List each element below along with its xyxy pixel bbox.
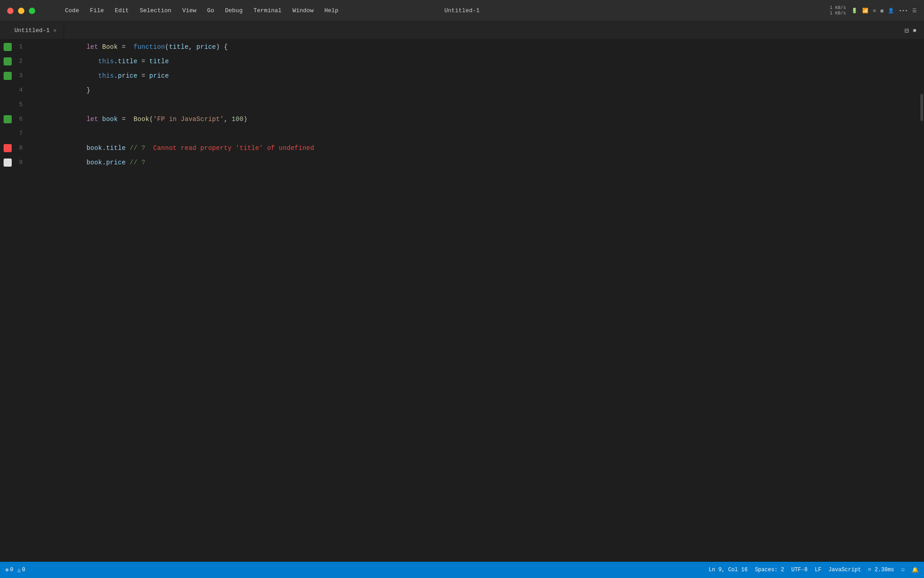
list-icon: ☰ (912, 8, 917, 14)
no-entry-icon: ⊘ (873, 8, 876, 14)
line-indicator-3 (4, 72, 12, 80)
warning-number: 0 (22, 567, 25, 573)
menu-view[interactable]: View (178, 5, 201, 16)
line-number-3: 3 (14, 69, 30, 83)
traffic-lights (7, 8, 35, 14)
table-row: 9 book.price // ? (0, 155, 918, 170)
menu-help[interactable]: Help (320, 5, 343, 16)
line-content-9: book.price // ? (30, 141, 918, 184)
more-icon: ••• (899, 8, 908, 14)
line-indicator-8 (4, 144, 12, 152)
menu-code[interactable]: Code (60, 5, 83, 16)
titlebar-left: Code File Edit Selection View Go Debug T… (7, 5, 343, 16)
line-indicator-9 (4, 158, 12, 167)
line-number-7: 7 (14, 126, 30, 141)
line-number-9: 9 (14, 155, 30, 170)
line-number-5: 5 (14, 98, 30, 112)
statusbar-left: ⊗ 0 △ 0 (5, 567, 25, 573)
error-number: 0 (10, 567, 13, 573)
maximize-button[interactable] (29, 8, 35, 14)
menu-selection[interactable]: Selection (135, 5, 176, 16)
warning-icon: △ (17, 567, 20, 573)
menu-window[interactable]: Window (288, 5, 318, 16)
line-indicator-6 (4, 115, 12, 123)
wifi-icon: 📶 (862, 8, 869, 14)
cursor-position[interactable]: Ln 9, Col 16 (709, 567, 748, 573)
statusbar: ⊗ 0 △ 0 Ln 9, Col 16 Spaces: 2 UTF-8 LF … (0, 562, 924, 578)
line-number-1: 1 (14, 40, 30, 54)
minimize-button[interactable] (18, 8, 24, 14)
close-button[interactable] (7, 8, 14, 14)
language-mode[interactable]: JavaScript (828, 567, 861, 573)
line-indicator-1 (4, 43, 12, 51)
line-area[interactable]: 1 let Book = function(title, price) { 2 … (0, 40, 918, 562)
editor-container: 1 let Book = function(title, price) { 2 … (0, 40, 924, 562)
window-title: Untitled-1 (444, 7, 480, 14)
encoding[interactable]: UTF-8 (791, 567, 808, 573)
indentation[interactable]: Spaces: 2 (755, 567, 784, 573)
scrollbar-thumb[interactable] (920, 94, 923, 121)
screen-icon: ▣ (881, 8, 884, 14)
line-ending[interactable]: LF (815, 567, 821, 573)
line-number-4: 4 (14, 83, 30, 98)
titlebar-right: 1 KB/s 1 KB/s 🔋 📶 ⊘ ▣ 👤 ••• ☰ (830, 5, 917, 16)
line-number-8: 8 (14, 141, 30, 155)
battery-icon: 🔋 (851, 8, 858, 14)
menu-debug[interactable]: Debug (221, 5, 247, 16)
status-icons: 🔋 📶 ⊘ ▣ 👤 ••• ☰ (851, 8, 917, 14)
line-number-6: 6 (14, 112, 30, 126)
network-down: 1 KB/s (830, 11, 846, 16)
timing: ⌗ 2.38ms (868, 567, 894, 573)
menu-go[interactable]: Go (203, 5, 219, 16)
apple-menu[interactable] (46, 9, 55, 13)
network-stats: 1 KB/s 1 KB/s (830, 5, 846, 16)
line-indicator-2 (4, 57, 12, 65)
line-number-2: 2 (14, 54, 30, 69)
line-indicator-4 (4, 86, 12, 94)
scrollbar[interactable] (918, 40, 924, 562)
menu-terminal[interactable]: Terminal (249, 5, 286, 16)
feedback-icon[interactable]: ☺ (901, 567, 905, 573)
menu-file[interactable]: File (85, 5, 108, 16)
menu-bar: Code File Edit Selection View Go Debug T… (46, 5, 343, 16)
titlebar: Code File Edit Selection View Go Debug T… (0, 0, 924, 22)
error-icon: ⊗ (5, 567, 9, 573)
notifications-icon[interactable]: 🔔 (912, 567, 919, 573)
error-count[interactable]: ⊗ 0 △ 0 (5, 567, 25, 573)
statusbar-right: Ln 9, Col 16 Spaces: 2 UTF-8 LF JavaScri… (709, 567, 919, 573)
user-icon: 👤 (888, 8, 894, 14)
line-indicator-7 (4, 130, 12, 138)
network-up: 1 KB/s (830, 5, 846, 11)
menu-edit[interactable]: Edit (110, 5, 133, 16)
line-indicator-5 (4, 101, 12, 109)
